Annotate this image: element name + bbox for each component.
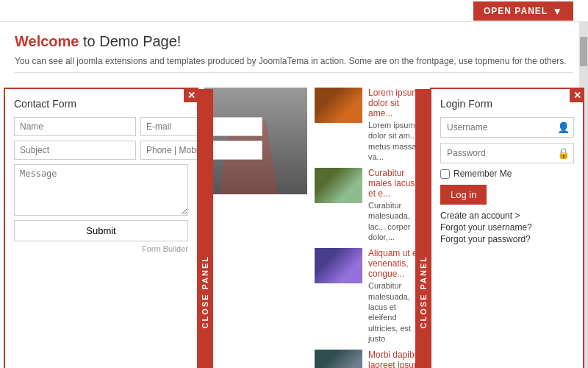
- username-input[interactable]: [440, 117, 574, 138]
- page-wrapper: OPEN PANEL ▼ Welcome to Demo Page! You c…: [0, 0, 588, 368]
- name-input[interactable]: [14, 117, 136, 136]
- submit-button[interactable]: Submit: [14, 220, 188, 241]
- message-input[interactable]: [14, 164, 188, 216]
- subject-input[interactable]: [14, 141, 136, 160]
- subject-phone-row: [14, 141, 188, 160]
- title-rest: to Demo Page!: [79, 33, 181, 49]
- close-panel-right-text: CLOSE PANEL: [419, 255, 428, 328]
- page-subtitle: You can see all joomla extensions and te…: [15, 56, 573, 73]
- forgot-username-link[interactable]: Forgot your username?: [440, 222, 574, 233]
- chevron-down-icon: ▼: [552, 5, 563, 17]
- articles-list: Lorem ipsum dolor sit ame... Lorem ipsum…: [307, 88, 424, 368]
- open-panel-top-label: OPEN PANEL: [484, 6, 548, 16]
- welcome-text: Welcome: [15, 33, 79, 49]
- page-header: Welcome to Demo Page! You can see all jo…: [0, 22, 588, 84]
- list-item: Lorem ipsum dolor sit ame... Lorem ipsum…: [315, 88, 424, 162]
- contact-panel-close-label[interactable]: CLOSE PANEL: [197, 89, 213, 368]
- create-account-link[interactable]: Create an account >: [440, 210, 574, 221]
- list-item: Curabitur males lacus et e... Curabitur …: [315, 168, 424, 242]
- list-item: Aliquam ut elit venenatis, congue... Cur…: [315, 248, 424, 344]
- username-wrapper: 👤: [440, 117, 574, 138]
- top-bar: OPEN PANEL ▼: [0, 0, 588, 22]
- article-thumb-4: [315, 350, 362, 368]
- open-panel-top-button[interactable]: OPEN PANEL ▼: [473, 1, 573, 21]
- login-panel-close-x[interactable]: ✕: [570, 88, 584, 102]
- page-title: Welcome to Demo Page!: [15, 33, 573, 50]
- remember-me-label: Remember Me: [453, 169, 512, 179]
- password-input[interactable]: [440, 143, 574, 163]
- content-area: ✕ CLOSE PANEL Contact Form Submit Form B…: [0, 84, 588, 368]
- article-thumb-1: [315, 88, 362, 123]
- login-form-panel: ✕ CLOSE PANEL Login Form 👤 🔒 Remember Me…: [430, 88, 584, 368]
- forgot-password-link[interactable]: Forgot your password?: [440, 234, 574, 244]
- close-panel-left-text: CLOSE PANEL: [201, 255, 209, 328]
- login-panel-close-label[interactable]: CLOSE PANEL: [415, 89, 431, 368]
- scrollbar-thumb[interactable]: [580, 37, 587, 66]
- article-thumb-2: [315, 168, 362, 203]
- login-button[interactable]: Log in: [440, 185, 487, 205]
- name-email-row: [14, 117, 188, 136]
- remember-me-row: Remember Me: [440, 169, 574, 179]
- login-form-title: Login Form: [440, 98, 574, 110]
- remember-me-checkbox[interactable]: [440, 169, 450, 179]
- article-thumb-3: [315, 248, 362, 283]
- form-builder-link[interactable]: Form Builder: [14, 244, 188, 253]
- lock-icon: 🔒: [557, 147, 570, 159]
- list-item: Morbi dapibus laoreet ipsum, vel... Lore…: [315, 350, 424, 368]
- login-links: Create an account > Forgot your username…: [440, 210, 574, 244]
- contact-form-panel: ✕ CLOSE PANEL Contact Form Submit Form B…: [4, 88, 198, 368]
- contact-form-title: Contact Form: [14, 98, 188, 110]
- contact-panel-close-x[interactable]: ✕: [184, 88, 198, 102]
- user-icon: 👤: [557, 121, 570, 133]
- password-wrapper: 🔒: [440, 143, 574, 163]
